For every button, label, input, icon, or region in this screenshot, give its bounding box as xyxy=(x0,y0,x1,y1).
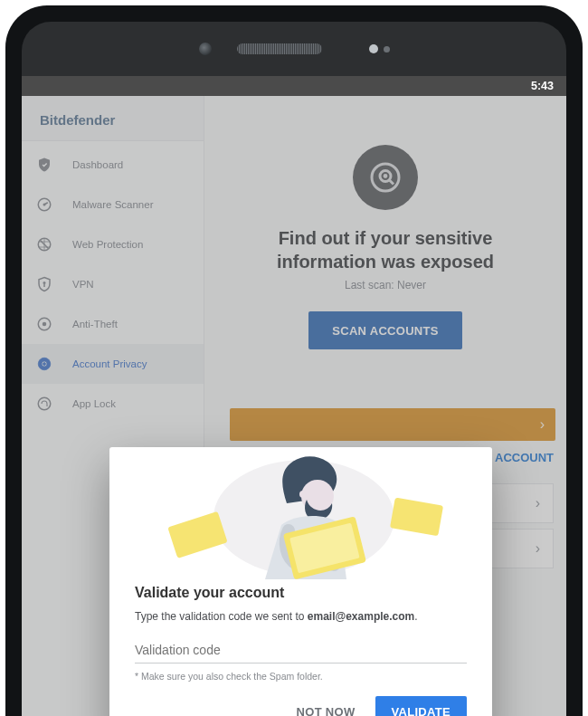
dialog-illustration xyxy=(109,447,492,579)
chevron-right-icon: › xyxy=(540,416,545,433)
svg-point-3 xyxy=(43,282,46,284)
eye-scan-icon xyxy=(36,356,52,372)
svg-point-5 xyxy=(43,322,47,327)
svg-rect-18 xyxy=(167,511,227,558)
sidebar-item-dashboard[interactable]: Dashboard xyxy=(22,145,204,185)
validation-code-input[interactable] xyxy=(135,639,467,663)
not-now-button[interactable]: NOT NOW xyxy=(286,696,366,716)
svg-rect-19 xyxy=(390,497,443,536)
sidebar-item-vpn[interactable]: VPN xyxy=(22,264,204,304)
device-camera xyxy=(199,43,212,55)
status-time: 5:43 xyxy=(531,80,554,92)
device-indicator-dots xyxy=(369,44,390,53)
dialog-email: email@example.com xyxy=(308,610,414,623)
chevron-right-icon: › xyxy=(536,540,540,557)
location-pin-icon xyxy=(36,316,52,332)
validate-account-dialog: Validate your account Type the validatio… xyxy=(109,447,492,716)
globe-blocked-icon xyxy=(36,236,52,253)
notification-banner[interactable]: › xyxy=(230,408,555,441)
dialog-desc-prefix: Type the validation code we sent to xyxy=(135,610,308,623)
dialog-desc-suffix: . xyxy=(414,610,417,623)
scan-accounts-button[interactable]: SCAN ACCOUNTS xyxy=(308,311,462,349)
brand-title: Bitdefender xyxy=(22,96,204,141)
sidebar-nav: Dashboard Malware Scanner xyxy=(22,141,204,424)
device-speaker xyxy=(237,43,322,54)
svg-point-15 xyxy=(299,491,307,498)
sidebar-item-label: Malware Scanner xyxy=(72,199,153,210)
svg-point-8 xyxy=(43,363,46,366)
dialog-title: Validate your account xyxy=(135,585,467,601)
sidebar-item-anti-theft[interactable]: Anti-Theft xyxy=(22,304,204,344)
sidebar-item-label: Web Protection xyxy=(72,239,143,250)
sidebar-item-label: Account Privacy xyxy=(72,358,147,369)
chevron-right-icon: › xyxy=(536,495,540,511)
status-bar: 5:43 xyxy=(22,76,566,96)
sidebar-item-label: App Lock xyxy=(72,398,116,409)
svg-point-12 xyxy=(384,174,388,178)
main-heading-line2: information was exposed xyxy=(277,252,494,272)
sidebar-item-label: VPN xyxy=(72,279,94,290)
validate-button[interactable]: VALIDATE xyxy=(375,696,467,716)
shield-check-icon xyxy=(36,157,52,173)
svg-point-9 xyxy=(38,397,51,410)
radar-icon xyxy=(36,196,52,213)
last-scan-text: Last scan: Never xyxy=(345,279,426,291)
sidebar-item-account-privacy[interactable]: Account Privacy xyxy=(22,344,204,384)
sidebar-item-malware-scanner[interactable]: Malware Scanner xyxy=(22,185,204,224)
sidebar-item-label: Dashboard xyxy=(72,159,123,170)
dialog-actions: NOT NOW VALIDATE xyxy=(135,696,467,716)
svg-point-1 xyxy=(43,204,46,206)
dialog-description: Type the validation code we sent to emai… xyxy=(135,610,467,623)
sidebar-item-label: Anti-Theft xyxy=(72,319,118,329)
sidebar-item-web-protection[interactable]: Web Protection xyxy=(22,224,204,264)
main-heading: Find out if your sensitive information w… xyxy=(277,226,494,273)
sidebar-item-app-lock[interactable]: App Lock xyxy=(22,384,204,424)
shield-key-icon xyxy=(36,276,52,292)
main-heading-line1: Find out if your sensitive xyxy=(279,228,493,248)
fingerprint-icon xyxy=(36,396,52,412)
dialog-hint: * Make sure you also check the Spam fold… xyxy=(135,671,467,682)
account-privacy-hero-icon xyxy=(353,145,418,210)
